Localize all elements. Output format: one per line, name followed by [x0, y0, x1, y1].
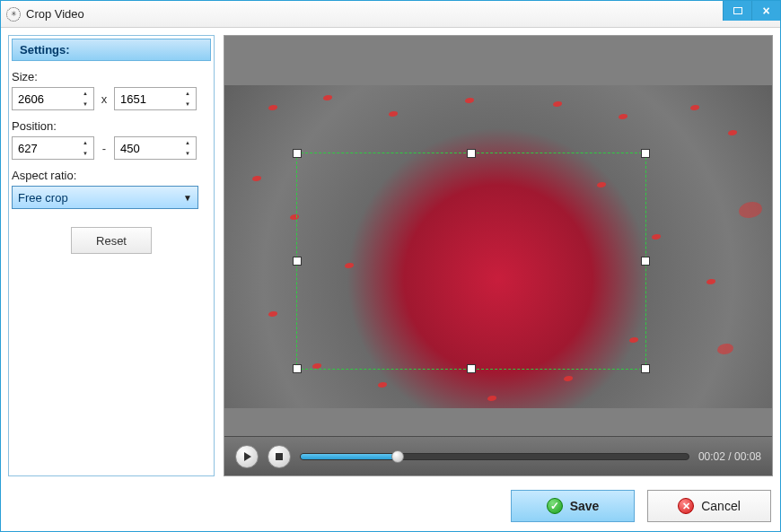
save-label: Save — [570, 499, 600, 513]
preview-panel: 00:02 / 00:08 — [224, 35, 773, 476]
width-up[interactable]: ▲ — [79, 90, 92, 97]
chevron-down-icon: ▼ — [183, 193, 192, 203]
posy-input[interactable] — [115, 142, 176, 155]
dialog-buttons: ✓ Save ✕ Cancel — [511, 490, 771, 522]
posx-spinner[interactable]: ▲▼ — [12, 136, 94, 160]
maximize-button[interactable] — [723, 1, 751, 21]
size-label: Size: — [12, 70, 211, 83]
play-button[interactable] — [235, 445, 259, 468]
cancel-button[interactable]: ✕ Cancel — [647, 490, 771, 522]
x-icon: ✕ — [678, 498, 694, 514]
height-up[interactable]: ▲ — [181, 90, 194, 97]
settings-panel: Settings: Size: ▲▼ x ▲▼ Position: — [8, 35, 215, 476]
stop-icon — [276, 453, 283, 460]
height-down[interactable]: ▼ — [181, 100, 194, 108]
reset-button[interactable]: Reset — [71, 227, 152, 254]
position-separator: - — [100, 142, 109, 155]
crop-handle-s[interactable] — [467, 364, 476, 373]
time-sep: / — [725, 450, 734, 463]
aspect-value: Free crop — [18, 191, 68, 205]
crop-handle-n[interactable] — [467, 149, 476, 158]
aspect-label: Aspect ratio: — [12, 169, 211, 182]
play-icon — [244, 452, 251, 461]
height-input[interactable] — [115, 92, 176, 106]
time-total: 00:08 — [734, 450, 761, 463]
close-button[interactable]: × — [751, 1, 780, 21]
aspect-field: Aspect ratio: Free crop ▼ — [12, 169, 211, 209]
posy-spinner[interactable]: ▲▼ — [114, 136, 197, 160]
posy-down[interactable]: ▼ — [181, 150, 194, 157]
cancel-label: Cancel — [701, 499, 741, 513]
player-bar: 00:02 / 00:08 — [224, 436, 772, 475]
window-controls: × — [723, 1, 780, 21]
check-icon: ✓ — [547, 498, 563, 514]
width-input[interactable] — [13, 92, 74, 106]
aspect-select[interactable]: Free crop ▼ — [12, 186, 198, 209]
width-down[interactable]: ▼ — [79, 100, 92, 108]
crop-handle-w[interactable] — [293, 257, 302, 266]
video-canvas[interactable] — [224, 85, 772, 408]
timecode: 00:02 / 00:08 — [698, 450, 761, 463]
position-field: Position: ▲▼ - ▲▼ — [12, 119, 211, 160]
dialog-content: Settings: Size: ▲▼ x ▲▼ Position: — [1, 28, 780, 531]
crop-handle-se[interactable] — [641, 364, 650, 373]
posx-input[interactable] — [13, 142, 74, 155]
crop-handle-e[interactable] — [641, 257, 650, 266]
crop-rectangle[interactable] — [296, 153, 646, 370]
save-button[interactable]: ✓ Save — [511, 490, 635, 522]
width-spinner[interactable]: ▲▼ — [12, 87, 94, 110]
posx-up[interactable]: ▲ — [79, 139, 92, 146]
seek-progress — [301, 454, 398, 459]
settings-header: Settings: — [12, 39, 211, 61]
size-separator: x — [100, 92, 109, 106]
app-icon: ✳ — [6, 7, 21, 22]
height-spinner[interactable]: ▲▼ — [114, 87, 197, 110]
stop-button[interactable] — [268, 445, 291, 468]
time-current: 00:02 — [698, 450, 725, 463]
crop-handle-sw[interactable] — [293, 364, 302, 373]
crop-handle-nw[interactable] — [293, 149, 302, 158]
window-title: Crop Video — [26, 7, 84, 21]
posx-down[interactable]: ▼ — [79, 150, 92, 157]
title-bar: ✳ Crop Video × — [1, 1, 780, 28]
posy-up[interactable]: ▲ — [181, 139, 194, 146]
size-field: Size: ▲▼ x ▲▼ — [12, 70, 211, 110]
seek-bar[interactable] — [300, 453, 689, 460]
crop-handle-ne[interactable] — [641, 149, 650, 158]
seek-thumb[interactable] — [391, 450, 404, 463]
position-label: Position: — [12, 119, 211, 133]
